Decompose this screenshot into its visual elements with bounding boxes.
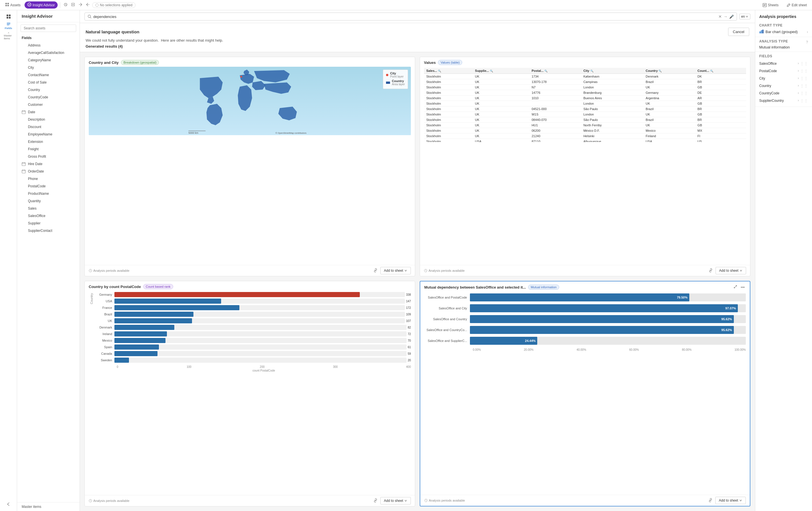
field-drag-icon[interactable]: ⋮⋮ — [800, 98, 808, 103]
field-item-hire-date[interactable]: Hire Date — [17, 160, 80, 168]
field-chevron[interactable]: › — [798, 84, 799, 88]
chart4-link-icon[interactable] — [707, 498, 714, 504]
chart4-more-icon[interactable]: ••• — [740, 284, 746, 290]
field-drag-icon[interactable]: ⋮⋮ — [800, 91, 808, 95]
field-chevron[interactable]: › — [798, 61, 799, 66]
table-cell: BR — [695, 79, 746, 85]
chart3-add-sheet-button[interactable]: Add to sheet — [380, 497, 411, 505]
field-chevron[interactable]: › — [798, 98, 799, 103]
chart1-add-sheet-button[interactable]: Add to sheet — [380, 267, 411, 274]
chart4-add-sheet-button[interactable]: Add to sheet — [715, 497, 746, 504]
search-input[interactable] — [93, 14, 717, 19]
tool-icon-3[interactable] — [77, 1, 84, 8]
field-item-freight[interactable]: Freight — [17, 145, 80, 153]
field-item-phone[interactable]: Phone — [17, 175, 80, 182]
clock-icon — [89, 269, 92, 272]
field-chevron[interactable]: › — [798, 91, 799, 95]
table-cell: W1S — [529, 112, 581, 117]
col-search-icon[interactable]: 🔍 — [544, 69, 548, 72]
field-item-averagecallsatisfaction[interactable]: AverageCallSatisfaction — [17, 49, 80, 57]
field-item-postalcode[interactable]: PostalCode — [17, 182, 80, 190]
analysis-type-value: Mutual information — [759, 45, 808, 49]
search-arrow-icon[interactable]: → — [724, 14, 728, 19]
field-item-country[interactable]: Country — [17, 86, 80, 93]
bar-fill — [114, 338, 166, 343]
chevron-down-small-icon — [404, 269, 407, 272]
bar-track — [114, 331, 407, 336]
field-drag-icon[interactable]: ⋮⋮ — [800, 61, 808, 66]
col-search-icon[interactable]: 🔍 — [710, 69, 713, 72]
col-search-icon[interactable]: 🔍 — [438, 69, 441, 72]
field-drag-icon[interactable]: ⋮⋮ — [800, 76, 808, 81]
right-field-item-countrycode[interactable]: CountryCode › ⋮⋮ — [759, 90, 808, 97]
sidebar-collapse-btn[interactable] — [6, 502, 11, 511]
mutual-pct: 24.44% — [525, 339, 535, 342]
field-item-cost-of-sale[interactable]: Cost of Sale — [17, 79, 80, 86]
field-item-city[interactable]: City — [17, 64, 80, 71]
field-item-address[interactable]: Address — [17, 42, 80, 49]
field-item-employeename[interactable]: EmployeeName — [17, 130, 80, 138]
field-item-description[interactable]: Description — [17, 116, 80, 123]
table-container[interactable]: Sales... 🔍Supplie... 🔍Postal... 🔍City 🔍C… — [424, 68, 746, 142]
search-mic-icon[interactable]: 🎤 — [729, 14, 734, 19]
nav-assets[interactable]: Assets — [2, 1, 23, 8]
field-item-contactname[interactable]: ContactName — [17, 71, 80, 79]
table-row: StockholmUK1010Buenos AiresArgentinaAR — [424, 95, 746, 101]
right-field-item-country[interactable]: Country › ⋮⋮ — [759, 82, 808, 90]
analysis-type-info-icon[interactable]: ? — [806, 40, 808, 44]
field-drag-icon[interactable]: ⋮⋮ — [800, 69, 808, 73]
field-item-extension[interactable]: Extension — [17, 138, 80, 145]
tool-icon-2[interactable] — [70, 1, 76, 8]
svg-rect-15 — [6, 25, 9, 25]
table-row: StockholmUKW1SLondonUKGB — [424, 112, 746, 117]
sidebar-icon-master[interactable]: Master items — [4, 32, 13, 40]
chart1-link-icon[interactable] — [372, 268, 379, 274]
tool-icon-1[interactable] — [62, 1, 69, 8]
right-field-item-postalcode[interactable]: PostalCode › ⋮⋮ — [759, 67, 808, 75]
master-items-link[interactable]: Master items — [17, 502, 80, 511]
chart2-add-sheet-button[interactable]: Add to sheet — [716, 267, 746, 274]
right-field-item-city[interactable]: City › ⋮⋮ — [759, 75, 808, 82]
field-item-gross-profit[interactable]: Gross Profit — [17, 153, 80, 160]
field-drag-icon[interactable]: ⋮⋮ — [800, 84, 808, 88]
col-search-icon[interactable]: 🔍 — [590, 69, 593, 72]
world-map-svg: 5000 km © OpenStreetMap contributors — [89, 67, 411, 135]
field-item-categoryname[interactable]: CategoryName — [17, 57, 80, 64]
cancel-button[interactable]: Cancel — [728, 28, 749, 36]
field-item-customer[interactable]: Customer — [17, 101, 80, 108]
chart3-link-icon[interactable] — [372, 498, 379, 504]
chart-type-value[interactable]: Bar chart (grouped) › — [759, 29, 808, 34]
field-chevron[interactable]: › — [798, 69, 799, 73]
chart4-expand-icon[interactable] — [732, 284, 738, 290]
chevron-down-small3-icon — [404, 499, 407, 502]
lang-selector[interactable]: en — [739, 14, 750, 20]
nav-edit-sheet[interactable]: Edit sheet — [784, 2, 810, 8]
field-item-discount[interactable]: Discount — [17, 123, 80, 130]
sidebar-icon-fields[interactable]: Fields — [4, 22, 13, 30]
table-cell: GB — [695, 101, 746, 107]
field-item-salesoffice[interactable]: SalesOffice — [17, 212, 80, 219]
tool-icon-4[interactable] — [85, 1, 91, 8]
nav-sheets[interactable]: Sheets — [760, 2, 781, 8]
field-item-orderdate[interactable]: OrderDate — [17, 168, 80, 175]
field-chevron[interactable]: › — [798, 76, 799, 81]
chart2-link-icon[interactable] — [707, 268, 714, 274]
field-item-supplier[interactable]: Supplier — [17, 219, 80, 227]
search-assets-input[interactable] — [21, 25, 76, 32]
field-item-countrycode[interactable]: CountryCode — [17, 93, 80, 101]
right-field-item-salesoffice[interactable]: SalesOffice › ⋮⋮ — [759, 60, 808, 67]
field-item-quantity[interactable]: Quantity — [17, 197, 80, 205]
col-search-icon[interactable]: 🔍 — [490, 69, 493, 72]
field-item-date[interactable]: Date — [17, 108, 80, 116]
field-item-suppliercontact[interactable]: SupplierContact — [17, 227, 80, 234]
search-input-wrap: ✕ → 🎤 — [84, 12, 737, 21]
col-search-icon[interactable]: 🔍 — [659, 69, 662, 72]
field-item-productname[interactable]: ProductName — [17, 190, 80, 197]
nav-insight-advisor[interactable]: Insight Advisor — [25, 1, 58, 8]
col-header: Sales... 🔍 — [424, 68, 473, 74]
mutual-fill: 24.44% — [470, 337, 537, 345]
right-field-item-suppliercountry[interactable]: SupplierCountry › ⋮⋮ — [759, 97, 808, 104]
search-clear-icon[interactable]: ✕ — [718, 14, 722, 19]
sidebar-icon-grid[interactable] — [4, 12, 13, 21]
field-item-sales[interactable]: Sales — [17, 205, 80, 212]
